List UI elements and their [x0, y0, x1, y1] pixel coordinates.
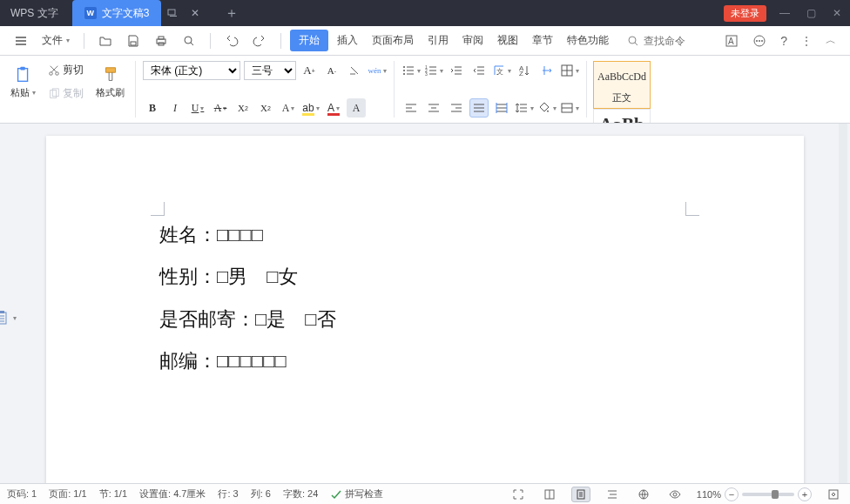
tab-references[interactable]: 引用 — [422, 30, 454, 51]
tab-chapter[interactable]: 章节 — [527, 30, 558, 51]
status-spellcheck[interactable]: 拼写检查 — [330, 487, 383, 501]
style-card-0[interactable]: AaBbCcDd正文 — [593, 61, 651, 109]
open-button[interactable] — [93, 30, 118, 51]
font-name-select[interactable]: 宋体 (正文) — [143, 61, 240, 80]
tab-close-button[interactable]: ✕ — [184, 0, 206, 26]
app-menu-button[interactable] — [9, 30, 33, 51]
save-button[interactable] — [121, 30, 145, 51]
align-right-button[interactable] — [447, 98, 466, 118]
comment-icon[interactable] — [747, 30, 772, 51]
more-icon[interactable]: ⋮ — [796, 31, 817, 50]
read-layout-button[interactable] — [540, 487, 559, 502]
maximize-button[interactable]: ▢ — [798, 0, 824, 26]
fullscreen-button[interactable] — [509, 487, 528, 502]
paste-button[interactable]: 粘贴▾ — [7, 64, 39, 101]
status-chars[interactable]: 字数: 24 — [283, 487, 318, 501]
paste-options-float[interactable]: ▾ — [0, 310, 17, 326]
distribute-button[interactable] — [492, 98, 511, 118]
help-icon[interactable]: ? — [775, 30, 793, 51]
status-setvalue[interactable]: 设置值: 4.7厘米 — [139, 487, 206, 501]
cut-button[interactable]: 剪切 — [44, 61, 87, 79]
tab-sync-icon[interactable] — [161, 0, 184, 26]
login-badge[interactable]: 未登录 — [724, 5, 766, 22]
command-search[interactable] — [626, 34, 705, 48]
char-shading-button[interactable]: A — [347, 98, 366, 118]
underline-button[interactable]: U▾ — [188, 98, 207, 118]
font-color-button[interactable]: A▾ — [324, 98, 343, 118]
borders-button[interactable]: ▾ — [560, 61, 579, 80]
new-tab-button[interactable]: ＋ — [219, 4, 245, 23]
sort-button[interactable]: AZ — [515, 61, 534, 80]
zoom-in-button[interactable]: + — [798, 487, 812, 501]
command-search-input[interactable] — [644, 35, 705, 47]
doc-line-1[interactable]: 性别：□男 □女 — [159, 256, 691, 298]
document-content[interactable]: 姓名：□□□□性别：□男 □女是否邮寄：□是 □否邮编：□□□□□□ — [159, 214, 691, 383]
numbering-button[interactable]: 123▾ — [424, 61, 443, 80]
document-page[interactable]: ▾ 姓名：□□□□性别：□男 □女是否邮寄：□是 □否邮编：□□□□□□ — [46, 136, 804, 483]
tab-start[interactable]: 开始 — [290, 30, 328, 51]
tab-pagelayout[interactable]: 页面布局 — [367, 30, 419, 51]
status-section[interactable]: 节: 1/1 — [99, 487, 127, 501]
text-direction-button[interactable]: 文▾ — [492, 61, 511, 80]
tab-special[interactable]: 特色功能 — [562, 30, 614, 51]
style-card-1[interactable]: AaBb标题 1 — [593, 109, 651, 124]
zoom-out-button[interactable]: − — [725, 487, 739, 501]
font-size-select[interactable]: 三号 — [244, 61, 296, 80]
print-preview-button[interactable] — [177, 30, 201, 51]
decrease-indent-button[interactable] — [447, 61, 466, 80]
bold-button[interactable]: B — [143, 98, 162, 118]
tabs-button[interactable]: ▾ — [560, 98, 579, 118]
line-spacing-button[interactable]: ▾ — [515, 98, 534, 118]
change-case-button[interactable]: A▾ — [279, 98, 298, 118]
shading-button[interactable]: ▾ — [537, 98, 557, 118]
fit-page-button[interactable] — [824, 487, 843, 502]
doc-line-0[interactable]: 姓名：□□□□ — [159, 214, 691, 256]
redo-button[interactable] — [247, 30, 272, 51]
eye-protect-button[interactable] — [665, 487, 685, 502]
document-tab[interactable]: W 文字文稿3 — [72, 0, 162, 26]
doc-line-2[interactable]: 是否邮寄：□是 □否 — [159, 299, 691, 340]
page-layout-button[interactable] — [571, 487, 590, 502]
web-layout-button[interactable] — [634, 487, 653, 502]
zoom-slider[interactable] — [742, 493, 794, 496]
status-col[interactable]: 列: 6 — [251, 487, 271, 501]
tab-insert[interactable]: 插入 — [332, 30, 363, 51]
subscript-button[interactable]: X2 — [256, 98, 275, 118]
svg-text:文: 文 — [496, 68, 503, 76]
clear-format-button[interactable] — [345, 61, 364, 80]
file-menu[interactable]: 文件▾ — [37, 30, 75, 51]
collapse-ribbon-button[interactable]: ︿ — [820, 30, 841, 51]
superscript-button[interactable]: X2 — [233, 98, 253, 118]
increase-indent-button[interactable] — [469, 61, 489, 80]
minimize-button[interactable]: — — [772, 0, 798, 26]
italic-button[interactable]: I — [165, 98, 185, 118]
status-pagecode[interactable]: 页码: 1 — [7, 487, 37, 501]
copy-button[interactable]: 复制 — [44, 84, 87, 103]
tab-view[interactable]: 视图 — [492, 30, 523, 51]
align-justify-button[interactable] — [469, 98, 489, 118]
print-button[interactable] — [149, 30, 173, 51]
phonetic-guide-button[interactable]: wén▾ — [368, 61, 387, 80]
align-center-button[interactable] — [424, 98, 443, 118]
undo-button[interactable] — [219, 30, 244, 51]
decrease-font-button[interactable]: A- — [322, 61, 341, 80]
format-painter-button[interactable]: 格式刷 — [92, 64, 128, 101]
zoom-value[interactable]: 110% — [697, 489, 721, 500]
document-area[interactable]: ▾ 姓名：□□□□性别：□男 □女是否邮寄：□是 □否邮编：□□□□□□ — [0, 124, 850, 483]
svg-point-12 — [759, 40, 760, 42]
vertical-scrollbar[interactable] — [839, 124, 847, 483]
align-left-button[interactable] — [401, 98, 421, 118]
doc-line-3[interactable]: 邮编：□□□□□□ — [159, 340, 691, 382]
show-marks-button[interactable] — [537, 61, 557, 80]
outline-layout-button[interactable] — [603, 487, 622, 502]
status-row[interactable]: 行: 3 — [218, 487, 238, 501]
strikethrough-button[interactable]: A▾ — [211, 98, 230, 118]
close-window-button[interactable]: ✕ — [824, 0, 850, 26]
bullets-button[interactable]: ▾ — [401, 61, 421, 80]
tab-review[interactable]: 审阅 — [457, 30, 489, 51]
status-page[interactable]: 页面: 1/1 — [49, 487, 86, 501]
copy-icon — [48, 88, 60, 100]
char-panel-icon[interactable]: A — [719, 30, 744, 51]
increase-font-button[interactable]: A+ — [300, 61, 319, 80]
highlight-button[interactable]: ab▾ — [301, 98, 320, 118]
